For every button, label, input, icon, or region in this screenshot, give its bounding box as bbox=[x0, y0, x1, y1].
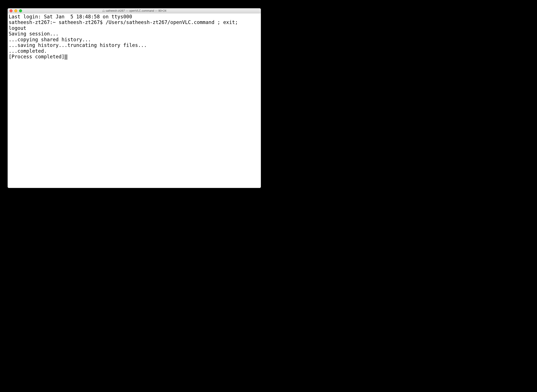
terminal-final-line: [Process completed] bbox=[9, 54, 260, 60]
cursor bbox=[64, 54, 67, 60]
terminal-line: ...saving history...truncating history f… bbox=[9, 42, 260, 48]
titlebar[interactable]: satheesh-zt267 — openVLC.command — 80×24 bbox=[8, 9, 261, 13]
terminal-line: Last login: Sat Jan 5 18:48:58 on ttys00… bbox=[9, 14, 260, 20]
terminal-line: Saving session... bbox=[9, 31, 260, 37]
terminal-window: satheesh-zt267 — openVLC.command — 80×24… bbox=[8, 8, 261, 188]
home-icon bbox=[102, 9, 105, 12]
window-title: satheesh-zt267 — openVLC.command — 80×24 bbox=[8, 9, 261, 12]
terminal-line: satheesh-zt267:~ satheesh-zt267$ /Users/… bbox=[9, 19, 260, 25]
terminal-line: ...copying shared history... bbox=[9, 37, 260, 42]
terminal-line: logout bbox=[9, 25, 260, 31]
window-title-text: satheesh-zt267 — openVLC.command — 80×24 bbox=[106, 9, 166, 12]
traffic-lights bbox=[8, 9, 22, 12]
terminal-body[interactable]: Last login: Sat Jan 5 18:48:58 on ttys00… bbox=[8, 13, 261, 188]
minimize-button[interactable] bbox=[14, 9, 17, 12]
maximize-button[interactable] bbox=[19, 9, 22, 12]
process-completed-text: [Process completed] bbox=[9, 54, 64, 59]
close-button[interactable] bbox=[9, 9, 13, 12]
terminal-line: ...completed. bbox=[9, 48, 260, 54]
